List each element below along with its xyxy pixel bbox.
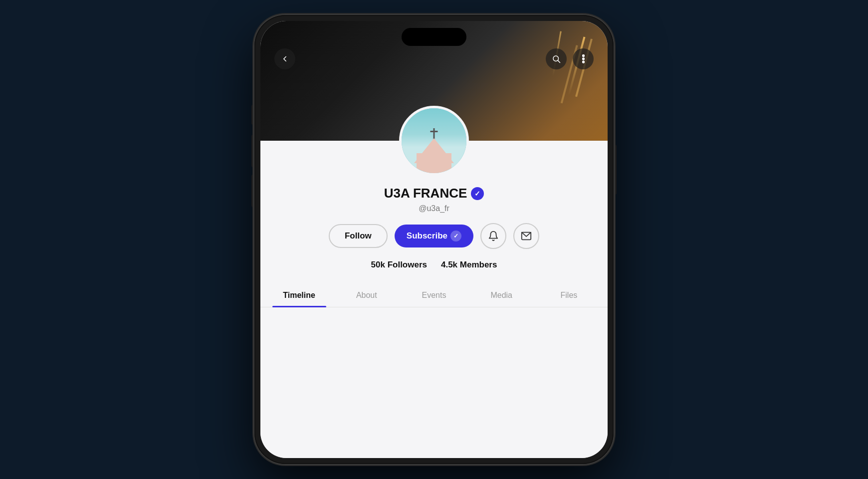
subscribe-label: Subscribe (407, 231, 447, 241)
church-body (417, 153, 451, 173)
dynamic-island (402, 28, 466, 46)
members-stat: 4.5k Members (441, 260, 497, 270)
profile-content: U3A FRANCE @u3a_fr Follow Subscribe ✓ (260, 141, 608, 458)
avatar-image (402, 108, 466, 173)
verified-badge (471, 187, 484, 200)
back-button[interactable] (274, 48, 295, 69)
nav-bar (260, 48, 608, 69)
notification-button[interactable] (480, 223, 506, 249)
search-button[interactable] (546, 48, 567, 69)
avatar (399, 106, 469, 176)
message-button[interactable] (513, 223, 539, 249)
tab-about[interactable]: About (333, 284, 400, 307)
svg-point-4 (582, 61, 584, 63)
stats-row: 50k Followers 4.5k Members (371, 260, 497, 270)
svg-line-1 (558, 60, 560, 62)
tab-events[interactable]: Events (400, 284, 467, 307)
church-cross (434, 128, 435, 139)
tab-timeline[interactable]: Timeline (265, 284, 333, 307)
profile-info: U3A FRANCE @u3a_fr (384, 186, 484, 213)
follow-button[interactable]: Follow (329, 224, 388, 248)
action-buttons: Follow Subscribe ✓ (329, 223, 539, 249)
tab-media[interactable]: Media (468, 284, 535, 307)
svg-point-3 (582, 58, 584, 60)
phone-screen: U3A FRANCE @u3a_fr Follow Subscribe ✓ (260, 21, 608, 458)
profile-handle: @u3a_fr (419, 204, 449, 213)
tabs-row: Timeline About Events Media Files (260, 284, 608, 307)
profile-name-text: U3A FRANCE (384, 186, 467, 201)
phone-device: U3A FRANCE @u3a_fr Follow Subscribe ✓ (254, 15, 614, 464)
subscribe-check-icon: ✓ (450, 231, 461, 241)
svg-point-2 (582, 55, 584, 57)
profile-name-row: U3A FRANCE (384, 186, 484, 201)
followers-stat: 50k Followers (371, 260, 427, 270)
power-button (614, 145, 617, 195)
subscribe-button[interactable]: Subscribe ✓ (395, 225, 473, 247)
tab-files[interactable]: Files (535, 284, 603, 307)
nav-right-actions (546, 48, 594, 69)
more-options-button[interactable] (573, 48, 594, 69)
